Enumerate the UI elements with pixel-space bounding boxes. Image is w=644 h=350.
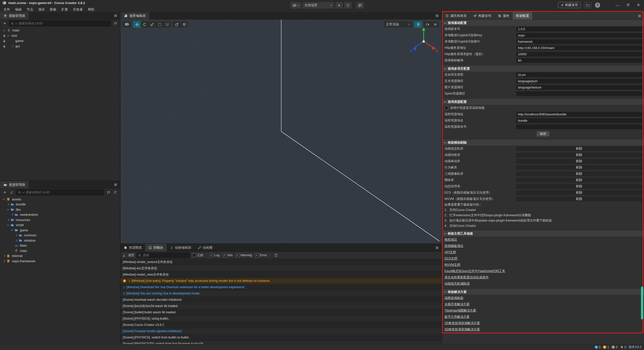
filter-checkbox-Error[interactable]: ✓Error [255, 253, 267, 257]
field-input-游戏版本号[interactable]: 1.0.5 [516, 27, 642, 31]
asset-node-main[interactable]: main [0, 248, 120, 253]
statusbar-message-count[interactable]: !3 [595, 345, 601, 349]
log-row[interactable]: [Scene] [PHYSICS]: switch from builtin t… [120, 334, 441, 341]
save-button[interactable]: 保存 [537, 131, 549, 137]
tab-scene-editor[interactable]: 场景编辑器 [120, 12, 149, 20]
asset-node-resources[interactable]: resources [0, 217, 120, 223]
link-战棋游戏框架[interactable]: 战棋游戏框架 [442, 295, 644, 301]
log-row[interactable]: [Scene] [bullet]:bullet wasm lib loaded. [120, 309, 441, 316]
assets-refresh-button[interactable] [112, 190, 118, 195]
minimize-button[interactable]: — [614, 3, 621, 7]
menubar-item-文件[interactable]: 文件 [1, 7, 13, 13]
module-remove-button[interactable]: 剔除 [516, 178, 642, 183]
section-header-solutions[interactable]: 框架解决方案 [442, 289, 644, 295]
asset-node-internal[interactable]: internal [0, 253, 120, 259]
link-教程项目[interactable]: 教程项目 [442, 237, 644, 243]
remote-load-checkbox[interactable]: 游戏中资源是否远程加载 [442, 105, 644, 111]
filter-checkbox-Info[interactable]: ✓Info [223, 253, 233, 257]
hierarchy-add-button[interactable] [2, 21, 8, 26]
menubar-item-开发者[interactable]: 开发者 [70, 7, 85, 13]
filter-checkbox-Log[interactable]: ✓Log [210, 253, 220, 257]
tab-hierarchy[interactable]: 层级管理器 [0, 12, 29, 19]
assets-sort-button[interactable] [9, 190, 15, 195]
link-3D角色扮演游戏解决方案[interactable]: 3D角色扮演游戏解决方案 [442, 326, 644, 333]
module-remove-button[interactable]: 剔除 [516, 190, 642, 195]
statusbar-warning-count[interactable]: !1 [603, 345, 609, 349]
field-input-支持语言类型[interactable]: zh,en [516, 72, 642, 77]
link-全栈开发解决方案[interactable]: 全栈开发解决方案 [442, 301, 644, 308]
module-remove-button[interactable]: 剔除 [516, 171, 642, 176]
asset-node-seedrandom[interactable]: seedrandom [0, 212, 120, 217]
hierarchy-node-gui[interactable]: gui [0, 43, 120, 49]
log-row[interactable]: [Window] Download the Vue Devtools exten… [120, 284, 441, 290]
module-remove-button[interactable]: 剔除 [516, 184, 642, 189]
inspector-menu-button[interactable] [638, 14, 641, 19]
statusbar-error-count[interactable]: !0 [612, 345, 618, 349]
module-remove-button[interactable]: 剔除 [516, 197, 642, 201]
menubar-item-编辑[interactable]: 编辑 [13, 7, 24, 13]
platform-select-button[interactable] [291, 2, 301, 9]
expand-chevron-icon[interactable] [128, 280, 130, 282]
move-tool-button[interactable] [133, 21, 141, 28]
log-row[interactable]: [Window] render_texture文件夹存在 [120, 259, 441, 265]
field-input-远程资源包名[interactable]: bundle [516, 118, 642, 123]
inspector-tab-框架配置[interactable]: 框架配置 [513, 12, 532, 20]
hierarchy-node-game[interactable]: game [0, 38, 120, 43]
hierarchy-filter-button[interactable] [112, 21, 118, 26]
asset-node-oops-framework[interactable]: oops-framework [0, 258, 120, 264]
regex-checkbox[interactable]: 正则 [192, 253, 203, 257]
tab-assets[interactable]: 资源管理器 [0, 181, 29, 188]
section-header-lang[interactable]: 游戏多语言配置 [442, 66, 644, 72]
console-clear-button[interactable]: 清空 [123, 253, 134, 257]
field-input-图片资源路径[interactable]: language/texture [516, 85, 642, 90]
asset-node-game[interactable]: game [0, 228, 120, 233]
inspector-scrollbar-thumb[interactable] [641, 287, 643, 319]
console-tab-动画图[interactable]: 动画图 [194, 244, 216, 251]
field-input-Http服务器地址[interactable]: http://192.168.0.150/main/ [516, 46, 642, 50]
console-tab-动画编辑器[interactable]: 动画编辑器 [167, 244, 194, 251]
camera-settings-button[interactable] [424, 21, 431, 28]
log-row[interactable]: [Scene] meshopt wasm decoder initialized [120, 297, 441, 303]
asset-node-script[interactable]: script [0, 223, 120, 228]
field-input-文本资源路径[interactable]: language/json [516, 79, 642, 83]
expand-chevron-icon[interactable] [123, 286, 125, 288]
projection-3d-button[interactable]: 3D [123, 21, 131, 28]
pivot-mode-button[interactable] [180, 21, 188, 28]
gizmo-combo-tool-button[interactable] [163, 21, 171, 28]
scale-tool-button[interactable] [148, 21, 156, 28]
menubar-item-扩展[interactable]: 扩展 [59, 7, 70, 13]
close-button[interactable]: ✕ [635, 3, 642, 7]
menubar-item-节点[interactable]: 节点 [24, 7, 36, 13]
rotate-tool-button[interactable] [141, 21, 148, 28]
scene-gear-button[interactable] [431, 21, 439, 28]
asset-node-Main[interactable]: TSMain [0, 243, 120, 248]
link-ECS文档[interactable]: ECS文档 [442, 255, 644, 262]
log-row[interactable]: [Window] [Vue warn]: Property "onInput" … [120, 278, 441, 284]
menubar-item-项目[interactable]: 项目 [36, 7, 47, 13]
field-input-本地数据CryptoES加密Key[interactable]: oops [516, 33, 642, 38]
log-row[interactable]: [Scene] Forward render pipeline initiali… [120, 328, 441, 334]
scene-select-dropdown[interactable]: 当前场景 [302, 2, 334, 9]
section-header-res[interactable]: 游戏资源配置 [442, 99, 644, 105]
hierarchy-node-root[interactable]: root [0, 33, 120, 38]
menubar-item-面板[interactable]: 面板 [47, 7, 59, 13]
section-header-basic[interactable]: 游戏基础配置 [442, 20, 644, 26]
asset-node-initialize[interactable]: initialize [0, 238, 120, 243]
link-游戏模板项目[interactable]: 游戏模板项目 [442, 243, 644, 249]
restart-button[interactable] [344, 2, 352, 9]
field-input-游戏每秒帧率[interactable]: 60 [516, 58, 642, 63]
module-remove-button[interactable]: 剔除 [516, 165, 642, 170]
module-remove-button[interactable]: 剔除 [516, 159, 642, 164]
link-2D角色扮演游戏解决方案[interactable]: 2D角色扮演游戏解决方案 [442, 320, 644, 326]
module-remove-button[interactable]: 剔除 [516, 153, 642, 157]
asset-node-assets[interactable]: assets [0, 197, 120, 202]
field-input-远程资源地址[interactable]: http://localhost:8083/assets/bundle [516, 112, 642, 117]
log-row[interactable]: [Scene] Cocos Creator v3.8.2 [120, 322, 441, 328]
help-button[interactable]: ? [595, 3, 600, 8]
field-input-Spine资源路径[interactable] [516, 91, 642, 96]
inspector-tab-构建发布[interactable]: 构建发布 [470, 12, 495, 20]
preview-device-button[interactable] [356, 2, 364, 9]
link-MVVM文档[interactable]: MVVM文档 [442, 262, 644, 268]
link-动画状态机编辑器[interactable]: 动画状态机编辑器 [442, 281, 644, 287]
inspector-tab-服务[interactable]: 服务 [495, 12, 513, 20]
